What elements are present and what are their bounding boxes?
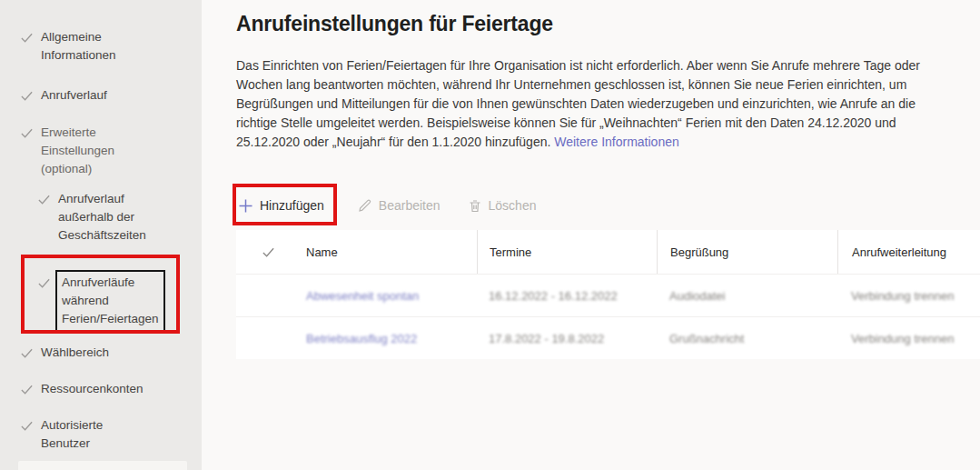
column-header-name[interactable]: Name (295, 230, 477, 274)
sidebar-item-label: Allgemeine Informationen (41, 28, 116, 65)
holiday-greeting: Grußnachricht (657, 332, 837, 345)
delete-button-label: Löschen (489, 198, 537, 213)
table-row[interactable]: Betriebsausflug 2022 17.8.2022 - 19.8.20… (236, 316, 980, 359)
holidays-table: Name Termine Begrüßung Anrufweiterleitun… (236, 230, 980, 359)
holiday-forwarding: Verbindung trennen (837, 332, 980, 345)
check-icon (20, 126, 34, 140)
table-row[interactable]: Abwesenheit spontan 16.12.2022 - 16.12.2… (236, 274, 980, 316)
edit-button-label: Bearbeiten (379, 198, 441, 213)
delete-button[interactable]: Löschen (468, 198, 537, 214)
sidebar-item-autorisierte-benutzer[interactable]: Autorisierte Benutzer (41, 416, 103, 453)
wizard-sidebar: Allgemeine Informationen Anrufverlauf Er… (0, 0, 202, 470)
table-body: Abwesenheit spontan 16.12.2022 - 16.12.2… (236, 274, 980, 359)
check-icon (20, 31, 34, 45)
sidebar-item-anrufverlauf-ausserhalb[interactable]: Anrufverlauf außerhalb der Geschäftszeit… (58, 190, 146, 245)
sidebar-item-ressourcenkonten[interactable]: Ressourcenkonten (41, 380, 144, 398)
main-content: Anrufeinstellungen für Feiertage Das Ein… (202, 0, 980, 470)
holiday-greeting: Audiodatei (657, 289, 837, 303)
sidebar-item-allgemeine-informationen[interactable]: Allgemeine Informationen (41, 28, 116, 65)
check-icon (37, 276, 51, 290)
plus-icon (238, 198, 253, 214)
sidebar-item-label: Autorisierte Benutzer (41, 416, 103, 453)
column-header-begruessung[interactable]: Begrüßung (657, 230, 837, 274)
sidebar-item-label: Ressourcenkonten (41, 380, 144, 398)
page-title: Anrufeinstellungen für Feiertage (236, 12, 553, 36)
sidebar-item-waehlbereich[interactable]: Wählbereich (41, 344, 109, 362)
check-icon (20, 419, 34, 433)
sidebar-item-erweiterte-einstellungen[interactable]: Erweiterte Einstellungen (optional) (41, 124, 114, 178)
holiday-name-link[interactable]: Betriebsausflug 2022 (295, 332, 477, 345)
sidebar-bottom-element (18, 461, 187, 470)
check-icon (20, 383, 34, 396)
check-icon (20, 89, 34, 103)
weitere-informationen-link[interactable]: Weitere Informationen (554, 135, 678, 149)
holiday-name-link[interactable]: Abwesenheit spontan (295, 289, 477, 303)
page-description: Das Einrichten von Ferien/Feiertagen für… (236, 56, 958, 152)
trash-icon (468, 198, 482, 214)
edit-button[interactable]: Bearbeiten (357, 198, 441, 214)
table-toolbar: Hinzufügen Bearbeiten Löschen (238, 185, 536, 225)
sidebar-item-label-selected: Anrufverläufe während Ferien/Feiertagen (55, 270, 165, 333)
sidebar-item-label: Anrufverlauf (41, 86, 107, 105)
sidebar-item-label: Erweiterte Einstellungen (optional) (41, 124, 114, 178)
holiday-dates: 16.12.2022 - 16.12.2022 (477, 289, 657, 303)
check-icon (37, 193, 51, 206)
add-button[interactable]: Hinzufügen (238, 198, 324, 214)
sidebar-item-label: Wählbereich (41, 344, 109, 362)
holiday-call-settings-page: Allgemeine Informationen Anrufverlauf Er… (0, 0, 980, 470)
holiday-dates: 17.8.2022 - 19.8.2022 (477, 332, 657, 345)
sidebar-item-anrufverlaeufe-feiertage[interactable]: Anrufverläufe während Ferien/Feiertagen (58, 270, 165, 333)
check-icon (20, 346, 34, 360)
table-header-row: Name Termine Begrüßung Anrufweiterleitun… (236, 230, 980, 274)
pencil-icon (357, 198, 372, 214)
select-all-check-icon[interactable] (236, 230, 295, 274)
sidebar-item-label: Anrufverlauf außerhalb der Geschäftszeit… (58, 190, 146, 245)
column-header-anrufweiterleitung[interactable]: Anrufweiterleitung (837, 230, 980, 274)
holiday-forwarding: Verbindung trennen (837, 289, 980, 303)
sidebar-item-anrufverlauf[interactable]: Anrufverlauf (41, 86, 107, 105)
add-button-label: Hinzufügen (260, 198, 324, 213)
column-header-termine[interactable]: Termine (477, 230, 657, 274)
